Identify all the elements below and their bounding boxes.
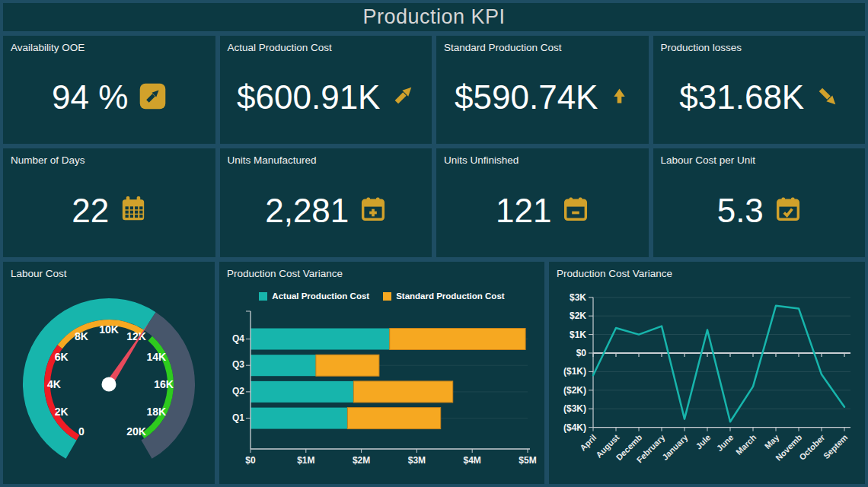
kpi-card-production-losses[interactable]: Production losses $31.68K [653, 36, 866, 144]
svg-text:$2M: $2M [353, 455, 370, 466]
legend-swatch-actual [259, 292, 267, 301]
labour-cost-gauge: 02K4K6K8K10K12K14K16K18K20K [3, 262, 215, 484]
legend-label-standard: Standard Production Cost [396, 291, 504, 301]
svg-text:Septem: Septem [822, 432, 850, 460]
kpi-row-2: Number of Days 22 [3, 148, 865, 257]
svg-text:4K: 4K [47, 378, 61, 390]
kpi-card-availability-ooe[interactable]: Availability OOE 94 % [3, 36, 215, 144]
kpi-label: Production losses [661, 42, 742, 53]
kpi-value: 22 [72, 192, 109, 230]
calendar-minus-icon [563, 196, 589, 225]
kpi-card-labour-cost-per-unit[interactable]: Labour Cost per Unit 5.3 [653, 148, 866, 257]
arrow-up-right-icon [391, 84, 414, 110]
bar-chart-title: Production Cost Variance [227, 268, 343, 279]
svg-text:$3M: $3M [408, 455, 426, 466]
arrow-up-icon [609, 86, 630, 110]
svg-text:$3K: $3K [570, 292, 586, 303]
svg-text:$4M: $4M [464, 455, 481, 466]
charts-row: Labour Cost 02K4K6K8K10K12K14K16K18K20K … [3, 262, 865, 484]
svg-text:January: January [660, 432, 690, 462]
svg-text:April: April [578, 433, 598, 453]
kpi-label: Actual Production Cost [228, 42, 332, 53]
page-title-bar: Production KPI [3, 3, 865, 31]
legend-swatch-standard [383, 292, 391, 301]
svg-text:($4K): ($4K) [563, 422, 586, 433]
legend-item-actual[interactable]: Actual Production Cost [259, 291, 369, 301]
line-chart-card[interactable]: Production Cost Variance $3K$2K$1K$0($1K… [549, 262, 865, 484]
kpi-label: Standard Production Cost [444, 42, 562, 53]
svg-text:10K: 10K [99, 323, 119, 336]
svg-text:18K: 18K [147, 406, 167, 418]
kpi-value: $590.74K [455, 78, 598, 116]
bar-chart-legend: Actual Production Cost Standard Producti… [219, 291, 544, 301]
svg-text:14K: 14K [147, 351, 167, 363]
kpi-label: Availability OOE [11, 42, 85, 53]
kpi-value: $31.68K [679, 78, 804, 116]
page-title: Production KPI [362, 5, 505, 29]
dashboard: Production KPI Availability OOE 94 % Act… [0, 0, 868, 487]
line-chart-title: Production Cost Variance [557, 268, 672, 279]
svg-text:16K: 16K [154, 378, 174, 390]
calendar-icon [120, 196, 146, 225]
svg-text:8K: 8K [75, 330, 88, 342]
svg-text:Q1: Q1 [232, 412, 244, 423]
svg-text:20K: 20K [126, 425, 146, 438]
svg-text:0: 0 [78, 425, 85, 438]
kpi-card-actual-production-cost[interactable]: Actual Production Cost $600.91K [220, 36, 432, 144]
svg-text:May: May [763, 432, 781, 450]
legend-label-actual: Actual Production Cost [272, 291, 369, 301]
kpi-label: Units Unfinished [444, 154, 519, 166]
kpi-label: Units Manufactured [228, 154, 317, 166]
arrow-down-right-icon [815, 84, 838, 110]
svg-text:$5M: $5M [519, 455, 536, 466]
svg-text:6K: 6K [55, 351, 69, 363]
svg-text:Q4: Q4 [232, 333, 244, 344]
kpi-value: 2,281 [265, 192, 349, 230]
svg-text:Jule: Jule [694, 433, 712, 451]
svg-text:$2K: $2K [570, 310, 586, 321]
svg-text:$0: $0 [576, 348, 587, 358]
svg-text:June: June [715, 433, 736, 454]
calendar-plus-icon [360, 196, 386, 225]
svg-text:March: March [734, 432, 758, 457]
calendar-check-icon [775, 196, 801, 225]
svg-text:($1K): ($1K) [563, 366, 586, 377]
svg-text:$0: $0 [245, 455, 256, 466]
svg-text:($2K): ($2K) [563, 385, 586, 396]
svg-text:$1M: $1M [297, 455, 314, 466]
gauge-card[interactable]: Labour Cost 02K4K6K8K10K12K14K16K18K20K [3, 262, 215, 484]
kpi-value: 5.3 [717, 192, 764, 230]
kpi-card-units-unfinished[interactable]: Units Unfinished 121 [436, 148, 649, 257]
legend-item-standard[interactable]: Standard Production Cost [383, 291, 504, 301]
kpi-card-units-manufactured[interactable]: Units Manufactured 2,281 [220, 148, 432, 257]
svg-text:Q3: Q3 [232, 359, 244, 370]
svg-text:2K: 2K [55, 406, 69, 418]
bar-chart-card[interactable]: Production Cost Variance Actual Producti… [219, 262, 544, 484]
kpi-label: Labour Cost per Unit [661, 154, 756, 166]
svg-text:$1K: $1K [570, 329, 586, 340]
kpi-card-number-of-days[interactable]: Number of Days 22 [3, 148, 215, 257]
production-cost-variance-line-chart: $3K$2K$1K$0($1K)($2K)($3K)($4K)AprilAugu… [549, 262, 865, 484]
gauge-title: Labour Cost [11, 268, 67, 279]
kpi-value: $600.91K [237, 78, 380, 116]
kpi-value: 94 % [52, 78, 128, 116]
svg-text:($3K): ($3K) [563, 403, 586, 414]
svg-text:Q2: Q2 [232, 386, 244, 396]
svg-text:October: October [797, 432, 827, 462]
kpi-label: Number of Days [11, 154, 85, 166]
kpi-value: 121 [496, 192, 551, 230]
kpi-row-1: Availability OOE 94 % Actual Production … [3, 36, 865, 144]
kpi-card-standard-production-cost[interactable]: Standard Production Cost $590.74K [436, 36, 649, 144]
arrow-up-right-boxed-icon [139, 83, 166, 113]
